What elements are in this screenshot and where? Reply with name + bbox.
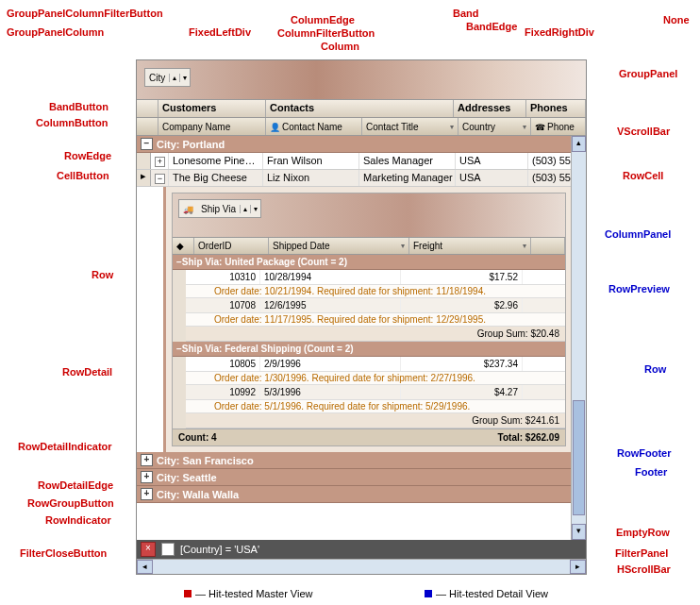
cell-title[interactable]: Marketing Manager (359, 170, 456, 186)
detail-group-column[interactable]: Ship Via ▴ ▾ (178, 199, 261, 218)
column-company-name[interactable]: Company Name (158, 118, 266, 135)
callout-label: RowCell (623, 170, 663, 181)
band-contacts[interactable]: Contacts (266, 100, 454, 117)
detail-group-panel[interactable]: Ship Via ▴ ▾ (173, 193, 565, 238)
callout-label: RowPreview (608, 283, 670, 294)
ship-icon (179, 204, 197, 214)
callout-label: RowGroupButton (27, 497, 114, 509)
master-group-row[interactable]: + City: San Francisco (137, 452, 572, 469)
sort-icon[interactable]: ▴ (240, 205, 250, 213)
cell-expand-button[interactable]: + (155, 157, 165, 167)
group-expand-button[interactable]: + (141, 488, 153, 500)
master-group-row[interactable]: + City: Walla Walla (137, 486, 572, 503)
column-country[interactable]: Country ▾ (458, 118, 531, 135)
person-icon (270, 122, 280, 132)
horizontal-scrollbar[interactable]: ◂ ▸ (137, 559, 586, 574)
callout-label: FixedLeftDiv (189, 26, 251, 38)
callout-label: ColumnEdge (291, 14, 355, 25)
callout-label: RowDetailIndicator (18, 441, 112, 452)
detail-group-row[interactable]: − Ship Via: United Package (Count = 2) (173, 255, 565, 270)
legend-swatch-blue (425, 590, 432, 597)
group-expand-button[interactable]: + (141, 454, 153, 466)
group-expand-button[interactable]: + (141, 471, 153, 483)
callout-label: ColumnPanel (605, 228, 671, 240)
callout-label: FixedRightDiv (525, 26, 594, 38)
group-footer: Group Sum: $20.48 (186, 327, 565, 342)
callout-label: Column (321, 41, 359, 52)
callout-label: Band (453, 8, 479, 19)
callout-label: BandEdge (466, 21, 517, 32)
callout-label: RowDetailEdge (38, 479, 113, 491)
filter-close-button[interactable]: × (141, 542, 156, 557)
group-panel-column[interactable]: City ▴ ▾ (144, 68, 191, 87)
group-panel-column-label: City (145, 73, 169, 83)
group-panel-column-filter-button[interactable]: ▾ (179, 74, 190, 82)
data-row[interactable]: ▸ − The Big Cheese Liz Nixon Marketing M… (137, 170, 572, 187)
detail-group-row[interactable]: − Ship Via: Federal Shipping (Count = 2) (173, 342, 565, 357)
detail-col-empty (531, 238, 565, 254)
cell-country[interactable]: USA (456, 153, 528, 169)
group-expand-button[interactable]: − (141, 138, 153, 150)
callout-label: HScrollBar (617, 563, 671, 575)
column-contact-name[interactable]: Contact Name (266, 118, 362, 135)
detail-col-shipped[interactable]: Shipped Date ▾ (269, 238, 409, 254)
cell-expand-button[interactable]: − (155, 174, 165, 184)
column-filter-button[interactable]: ▾ (523, 242, 526, 250)
column-button[interactable] (137, 118, 158, 135)
master-group-row[interactable]: + City: Seattle (137, 469, 572, 486)
legend-master: — Hit-tested Master View (184, 588, 313, 599)
callout-label: BandButton (49, 101, 108, 112)
filter-panel[interactable]: × [Country] = 'USA' (137, 540, 586, 559)
band-row: Customers Contacts Addresses Phones (137, 100, 586, 118)
cell-contact[interactable]: Liz Nixon (263, 170, 359, 186)
callout-label: None (663, 14, 690, 25)
column-phone[interactable]: Phone (531, 118, 586, 135)
scroll-right-button[interactable]: ▸ (570, 560, 586, 574)
row-indicator[interactable] (137, 153, 151, 169)
cell-company[interactable]: Lonesome Pine… (169, 153, 263, 169)
row-indicator[interactable]: ▸ (137, 170, 151, 186)
band-addresses[interactable]: Addresses (454, 100, 526, 117)
scroll-thumb[interactable] (573, 400, 585, 515)
band-phones[interactable]: Phones (526, 100, 586, 117)
row-footer: Group Sum: $241.61 (186, 413, 565, 429)
scroll-up-button[interactable]: ▴ (572, 136, 586, 152)
detail-col-freight[interactable]: Freight ▾ (409, 238, 531, 254)
row-preview: Order date: 11/17/1995. Required date fo… (186, 313, 565, 327)
phone-icon (535, 122, 545, 132)
cell-title[interactable]: Sales Manager (359, 153, 456, 169)
group-panel-column-sort-icon[interactable]: ▴ (169, 74, 179, 82)
filter-checkbox[interactable] (161, 543, 175, 556)
cell-contact[interactable]: Fran Wilson (263, 153, 359, 169)
cell-country[interactable]: USA (456, 170, 528, 186)
detail-data-row[interactable]: 10310 10/28/1994 $17.52 (186, 270, 565, 285)
group-panel[interactable]: City ▴ ▾ (137, 60, 586, 100)
grid-body: − City: Portland + Lonesome Pine… Fran W… (137, 136, 586, 540)
callout-label: ColumnFilterButton (277, 27, 375, 39)
column-filter-button[interactable]: ▾ (401, 242, 405, 250)
data-row[interactable]: + Lonesome Pine… Fran Wilson Sales Manag… (137, 153, 572, 170)
column-contact-title[interactable]: Contact Title ▾ (362, 118, 458, 135)
vertical-scrollbar[interactable]: ▴ ▾ (571, 136, 586, 540)
master-group-row[interactable]: − City: Portland (137, 136, 572, 153)
callout-label: VScrollBar (617, 126, 670, 137)
scroll-down-button[interactable]: ▾ (572, 524, 586, 540)
detail-data-row[interactable]: 10805 2/9/1996 $237.34 (186, 357, 565, 372)
scroll-left-button[interactable]: ◂ (137, 560, 153, 574)
cell-company[interactable]: The Big Cheese (169, 170, 263, 186)
detail-col-orderid[interactable]: OrderID (194, 238, 269, 254)
cell-phone[interactable]: (503) 555-3612 (528, 170, 572, 186)
detail-data-row[interactable]: 10992 5/3/1996 $4.27 (186, 385, 565, 400)
callout-label: EmptyRow (616, 527, 670, 538)
column-filter-button[interactable]: ▾ (450, 123, 454, 131)
column-filter-button[interactable]: ▾ (523, 123, 526, 131)
callout-label: GroupPanelColumn (7, 26, 104, 38)
detail-column-button[interactable]: ◆ (173, 238, 194, 254)
band-customers[interactable]: Customers (158, 100, 266, 117)
detail-data-row[interactable]: 10708 12/6/1995 $2.96 (186, 298, 565, 313)
filter-text: [Country] = 'USA' (180, 544, 259, 555)
filter-icon[interactable]: ▾ (250, 205, 260, 213)
band-button[interactable] (137, 100, 158, 117)
column-row: Company Name Contact Name Contact Title … (137, 118, 586, 136)
cell-phone[interactable]: (503) 555-9573 (528, 153, 572, 169)
